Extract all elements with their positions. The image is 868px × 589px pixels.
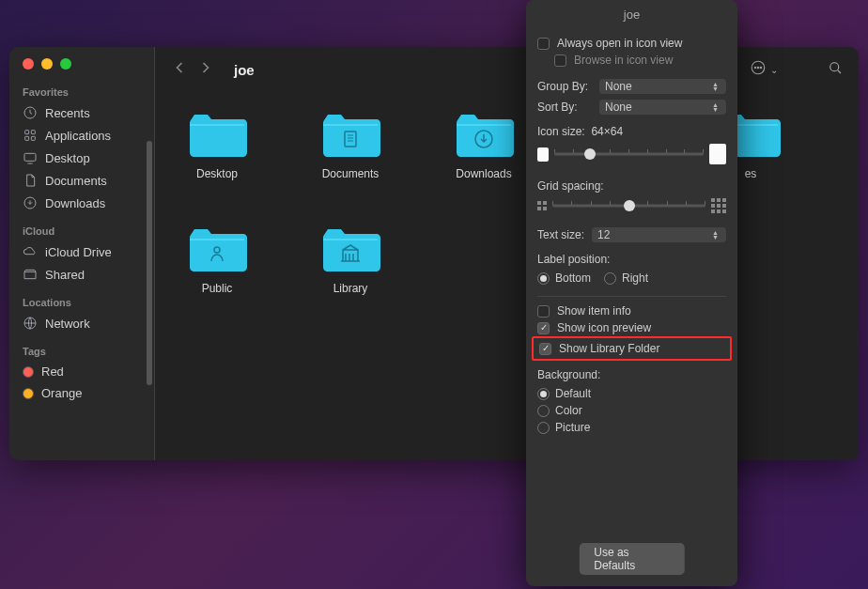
folder-public[interactable]: Public bbox=[183, 224, 251, 295]
highlight-annotation: Show Library Folder bbox=[532, 336, 732, 361]
sort-by-label: Sort By: bbox=[537, 101, 592, 114]
sidebar-item-applications[interactable]: Applications bbox=[9, 124, 154, 147]
checkbox-show-icon-preview[interactable]: Show icon preview bbox=[537, 319, 726, 336]
folder-label: Downloads bbox=[456, 167, 511, 180]
checkbox-icon bbox=[537, 305, 550, 318]
sidebar: Favorites Recents Applications Desktop D… bbox=[9, 47, 155, 460]
radio-label-right[interactable]: Right bbox=[604, 270, 648, 287]
sidebar-item-documents[interactable]: Documents bbox=[9, 169, 154, 192]
icloud-icon bbox=[23, 244, 38, 259]
svg-rect-5 bbox=[24, 153, 36, 161]
radio-icon bbox=[537, 405, 550, 417]
window-controls bbox=[9, 58, 154, 83]
sidebar-item-label: Documents bbox=[45, 174, 107, 188]
maximize-button[interactable] bbox=[60, 58, 71, 70]
checkbox-always-open-icon[interactable]: Always open in icon view bbox=[537, 35, 726, 52]
sidebar-item-network[interactable]: Network bbox=[9, 312, 154, 334]
group-by-label: Group By: bbox=[537, 80, 592, 93]
use-as-defaults-button[interactable]: Use as Defaults bbox=[579, 543, 685, 575]
folder-grid: Desktop Documents Downloads Mo es Public bbox=[155, 92, 859, 312]
folder-label: Public bbox=[202, 282, 233, 295]
svg-point-10 bbox=[757, 67, 759, 69]
radio-icon bbox=[537, 422, 550, 434]
sidebar-scrollbar[interactable] bbox=[147, 141, 152, 385]
checkbox-label: Always open in icon view bbox=[557, 37, 682, 50]
small-page-icon bbox=[537, 147, 549, 162]
folder-icon bbox=[320, 224, 380, 276]
group-by-select[interactable]: None ▲▼ bbox=[599, 79, 726, 94]
grid-spacing-slider[interactable] bbox=[552, 199, 705, 212]
radio-bg-color[interactable]: Color bbox=[537, 402, 726, 419]
folder-desktop[interactable]: Desktop bbox=[183, 109, 251, 180]
sort-by-select[interactable]: None ▲▼ bbox=[599, 100, 726, 115]
text-size-label: Text size: bbox=[537, 228, 584, 241]
close-button[interactable] bbox=[23, 58, 34, 70]
folder-icon bbox=[454, 109, 514, 162]
sidebar-item-label: Orange bbox=[41, 386, 82, 400]
search-icon[interactable] bbox=[827, 59, 844, 80]
radio-label-bottom[interactable]: Bottom bbox=[537, 270, 591, 287]
icon-size-value: 64×64 bbox=[591, 125, 623, 138]
panel-title: joe bbox=[526, 0, 737, 29]
sidebar-tag-orange[interactable]: Orange bbox=[9, 382, 154, 404]
sidebar-item-label: Shared bbox=[45, 268, 85, 282]
checkbox-browse-icon: Browse in icon view bbox=[537, 52, 726, 69]
svg-rect-1 bbox=[25, 131, 29, 134]
radio-label: Color bbox=[555, 404, 582, 417]
chevron-updown-icon: ▲▼ bbox=[712, 82, 719, 91]
toolbar: joe ⌄ bbox=[155, 47, 859, 92]
background-label: Background: bbox=[537, 361, 726, 385]
more-options-icon[interactable] bbox=[750, 59, 767, 80]
folder-icon bbox=[187, 109, 247, 162]
checkbox-show-item-info[interactable]: Show item info bbox=[537, 302, 726, 319]
checkbox-label: Show item info bbox=[557, 304, 631, 318]
minimize-button[interactable] bbox=[41, 58, 53, 70]
radio-icon bbox=[604, 272, 616, 285]
large-page-icon bbox=[709, 144, 726, 164]
icon-size-slider[interactable] bbox=[554, 147, 704, 161]
text-size-select[interactable]: 12 ▲▼ bbox=[592, 227, 726, 242]
grid-tight-icon bbox=[537, 201, 547, 210]
sidebar-item-label: Applications bbox=[45, 129, 111, 143]
sidebar-item-label: Recents bbox=[45, 106, 90, 120]
chevron-updown-icon: ▲▼ bbox=[712, 230, 719, 240]
radio-bg-default[interactable]: Default bbox=[537, 385, 726, 402]
sidebar-section-tags: Tags bbox=[9, 342, 154, 361]
checkbox-label: Show icon preview bbox=[557, 321, 651, 334]
sidebar-item-icloud-drive[interactable]: iCloud Drive bbox=[9, 240, 154, 263]
folder-label: Library bbox=[333, 282, 368, 295]
radio-icon bbox=[537, 272, 550, 285]
folder-library[interactable]: Library bbox=[317, 224, 384, 295]
folder-label: Documents bbox=[322, 167, 380, 180]
forward-button[interactable] bbox=[196, 58, 215, 81]
checkbox-show-library-folder[interactable]: Show Library Folder bbox=[539, 340, 724, 357]
checkbox-icon bbox=[539, 343, 551, 355]
folder-label: es bbox=[745, 167, 757, 180]
radio-label: Bottom bbox=[555, 271, 591, 285]
checkbox-icon bbox=[537, 38, 550, 50]
svg-rect-2 bbox=[31, 131, 35, 134]
sidebar-item-desktop[interactable]: Desktop bbox=[9, 147, 154, 169]
desktop-icon bbox=[23, 150, 38, 165]
sidebar-section-icloud: iCloud bbox=[9, 222, 154, 240]
checkbox-label: Browse in icon view bbox=[574, 54, 673, 67]
folder-documents[interactable]: Documents bbox=[317, 109, 384, 180]
back-button[interactable] bbox=[170, 58, 189, 81]
download-icon bbox=[23, 195, 38, 210]
shared-icon bbox=[23, 267, 38, 282]
folder-label: Desktop bbox=[196, 167, 238, 180]
svg-point-11 bbox=[760, 67, 762, 69]
sidebar-item-recents[interactable]: Recents bbox=[9, 101, 154, 124]
sidebar-tag-red[interactable]: Red bbox=[9, 361, 154, 382]
sidebar-section-favorites: Favorites bbox=[9, 83, 154, 101]
sidebar-item-shared[interactable]: Shared bbox=[9, 263, 154, 286]
checkbox-icon bbox=[554, 54, 566, 67]
folder-downloads[interactable]: Downloads bbox=[450, 109, 518, 180]
radio-bg-picture[interactable]: Picture bbox=[537, 419, 726, 436]
sidebar-item-label: Network bbox=[45, 317, 90, 331]
globe-icon bbox=[23, 316, 38, 331]
sidebar-item-label: Desktop bbox=[45, 151, 90, 165]
select-value: None bbox=[605, 80, 632, 93]
folder-icon bbox=[187, 224, 247, 276]
sidebar-item-downloads[interactable]: Downloads bbox=[9, 192, 154, 214]
